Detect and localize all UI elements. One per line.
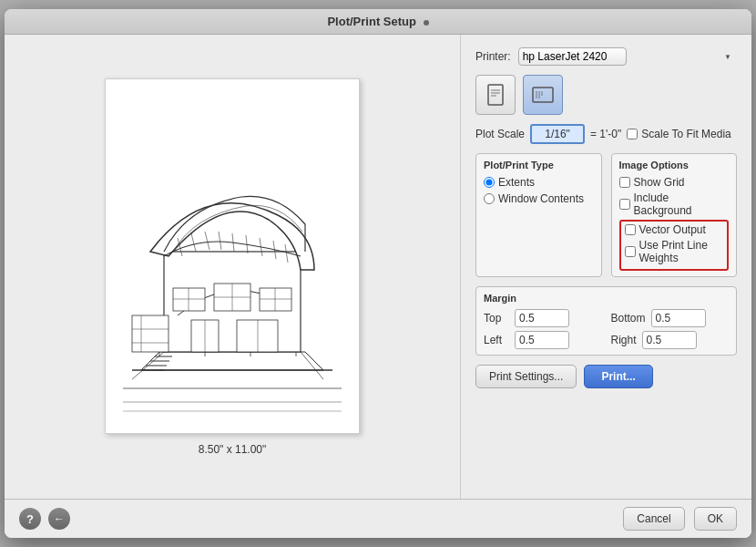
svg-rect-23 [237, 320, 278, 352]
use-print-line-weights-checkbox[interactable] [625, 246, 636, 257]
top-margin-field: Top [484, 309, 602, 327]
title-dot [424, 20, 429, 26]
right-margin-label: Right [611, 334, 637, 346]
svg-rect-34 [132, 315, 169, 352]
ok-button[interactable]: OK [694, 507, 737, 531]
dialog-title: Plot/Print Setup [327, 15, 416, 28]
orientation-row [475, 75, 737, 115]
margin-section: Margin Top Bottom Left Righ [475, 286, 737, 356]
include-background-label: Include Background [634, 191, 730, 217]
landscape-button[interactable] [523, 75, 563, 115]
bottom-bar: ? ← Cancel OK [5, 499, 751, 538]
right-margin-field: Right [611, 331, 730, 349]
right-panel: Printer: hp LaserJet 2420 [460, 35, 751, 499]
plot-type-section: Plot/Print Type Extents Window Contents [475, 153, 602, 277]
include-background-row: Include Background [619, 191, 730, 217]
window-contents-radio[interactable] [484, 193, 495, 204]
use-print-line-weights-label: Use Print Line Weights [639, 239, 724, 264]
scale-to-fit-checkbox[interactable] [627, 129, 638, 139]
portrait-icon [483, 82, 508, 108]
margin-title: Margin [484, 293, 729, 304]
highlight-box: Vector Output Use Print Line Weights [619, 220, 730, 271]
printer-select-wrapper[interactable]: hp LaserJet 2420 [518, 47, 737, 66]
show-grid-row: Show Grid [619, 176, 730, 189]
top-margin-label: Top [484, 312, 509, 325]
show-grid-checkbox[interactable] [619, 177, 630, 188]
show-grid-label: Show Grid [634, 176, 685, 189]
bottom-margin-field: Bottom [611, 309, 730, 327]
scale-to-fit-label: Scale To Fit Media [641, 128, 731, 140]
include-background-checkbox[interactable] [619, 199, 630, 210]
paper-size-label: 8.50" x 11.00" [199, 443, 267, 456]
image-options-section: Image Options Show Grid Include Backgrou… [611, 153, 738, 277]
margin-grid: Top Bottom Left Right [484, 309, 729, 349]
print-button-row: Print Settings... Print... [475, 365, 737, 388]
left-margin-label: Left [484, 334, 509, 346]
window-contents-row: Window Contents [484, 192, 594, 205]
window-contents-label: Window Contents [498, 192, 584, 205]
cancel-button[interactable]: Cancel [623, 507, 684, 531]
landscape-icon [530, 82, 556, 108]
left-margin-field: Left [484, 331, 602, 349]
help-icon[interactable]: ? [19, 508, 41, 530]
print-button[interactable]: Print... [584, 365, 652, 388]
svg-rect-18 [260, 288, 291, 311]
vector-output-row: Vector Output [625, 223, 724, 236]
preview-area: 8.50" x 11.00" [5, 35, 460, 499]
left-margin-input[interactable] [515, 331, 569, 349]
use-print-line-weights-row: Use Print Line Weights [625, 239, 724, 264]
plot-print-dialog: Plot/Print Setup [5, 9, 751, 538]
svg-rect-43 [488, 85, 503, 105]
extents-radio[interactable] [484, 177, 495, 188]
vector-output-label: Vector Output [639, 223, 706, 236]
bottom-margin-input[interactable] [651, 309, 706, 327]
print-settings-button[interactable]: Print Settings... [475, 365, 577, 388]
svg-rect-47 [533, 88, 553, 102]
right-margin-input[interactable] [642, 331, 697, 349]
titlebar: Plot/Print Setup [5, 9, 751, 35]
printer-label: Printer: [475, 50, 511, 63]
portrait-button[interactable] [475, 75, 516, 115]
plot-type-title: Plot/Print Type [484, 160, 594, 170]
preview-image [114, 88, 351, 425]
scale-label: Plot Scale [475, 128, 525, 140]
scale-to-fit-row: Scale To Fit Media [627, 128, 731, 140]
printer-select[interactable]: hp LaserJet 2420 [518, 47, 627, 66]
top-margin-input[interactable] [515, 309, 569, 327]
scale-equals: = 1'-0" [590, 128, 621, 140]
extents-label: Extents [498, 176, 535, 189]
scale-input[interactable] [530, 124, 585, 144]
svg-rect-12 [173, 288, 205, 311]
extents-row: Extents [484, 176, 594, 189]
bottom-left-icons: ? ← [19, 508, 70, 530]
paper-preview [105, 78, 360, 434]
bottom-margin-label: Bottom [611, 312, 646, 325]
scale-row: Plot Scale = 1'-0" Scale To Fit Media [475, 124, 737, 144]
vector-output-checkbox[interactable] [625, 224, 636, 235]
image-options-title: Image Options [619, 160, 730, 170]
back-icon[interactable]: ← [48, 508, 70, 530]
options-columns: Plot/Print Type Extents Window Contents … [475, 153, 737, 277]
printer-row: Printer: hp LaserJet 2420 [475, 47, 737, 66]
